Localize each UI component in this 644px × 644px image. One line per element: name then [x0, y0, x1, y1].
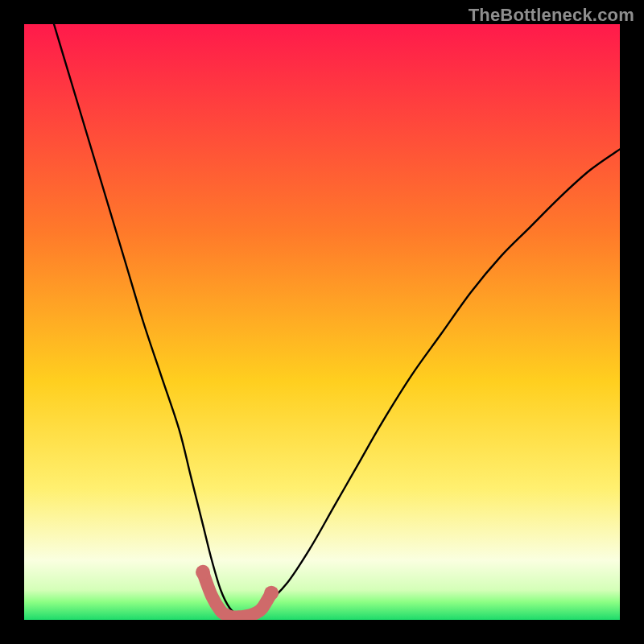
outer-frame: TheBottleneck.com	[0, 0, 644, 644]
plot-area	[24, 24, 620, 620]
optimal-marker-endpoint	[196, 565, 210, 580]
bottleneck-chart	[24, 24, 620, 620]
watermark-text: TheBottleneck.com	[469, 5, 634, 26]
gradient-background	[24, 24, 620, 620]
optimal-marker-endpoint	[264, 586, 279, 601]
